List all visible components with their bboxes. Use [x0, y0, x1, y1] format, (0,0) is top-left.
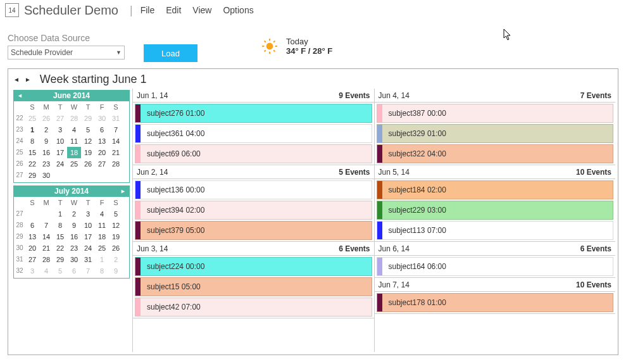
- mini-cal-day[interactable]: 31: [81, 254, 95, 265]
- mini-cal-day[interactable]: 4: [67, 124, 81, 135]
- mini-cal-day[interactable]: 7: [109, 124, 123, 135]
- mini-cal-day[interactable]: 12: [81, 135, 95, 147]
- mini-cal-day[interactable]: 7: [39, 220, 53, 231]
- mini-cal-day[interactable]: 16: [67, 231, 81, 242]
- mini-cal-day[interactable]: 18: [67, 147, 81, 158]
- mini-cal-day[interactable]: 17: [53, 147, 67, 158]
- mini-cal-day[interactable]: 26: [81, 158, 95, 170]
- day-header[interactable]: Jun 7, 1410 Events: [375, 278, 616, 292]
- mini-cal-day[interactable]: 9: [67, 220, 81, 231]
- mini-cal-prev-button[interactable]: ◄: [17, 92, 23, 99]
- mini-cal-day[interactable]: 1: [25, 124, 39, 135]
- mini-cal-day[interactable]: 10: [81, 220, 95, 231]
- mini-cal-day[interactable]: 6: [95, 124, 109, 135]
- mini-cal-day[interactable]: 5: [109, 208, 123, 220]
- mini-cal-day[interactable]: 21: [39, 242, 53, 254]
- mini-cal-day[interactable]: 23: [39, 158, 53, 170]
- mini-cal-day[interactable]: 1: [95, 254, 109, 265]
- mini-cal-day[interactable]: 3: [25, 265, 39, 277]
- mini-cal-day[interactable]: 29: [81, 113, 95, 124]
- day-header[interactable]: Jun 6, 146 Events: [375, 242, 616, 256]
- event-item[interactable]: subject361 04:00: [135, 124, 372, 143]
- event-item[interactable]: subject136 00:00: [135, 180, 372, 199]
- mini-cal-day[interactable]: 22: [25, 158, 39, 170]
- mini-cal-day[interactable]: 10: [53, 135, 67, 147]
- mini-cal-day[interactable]: 31: [109, 113, 123, 124]
- day-header[interactable]: Jun 4, 147 Events: [375, 89, 616, 103]
- event-item[interactable]: subject276 01:00: [135, 104, 372, 123]
- mini-cal-day[interactable]: 29: [25, 170, 39, 181]
- mini-cal-day[interactable]: 25: [25, 113, 39, 124]
- mini-cal-day[interactable]: 9: [39, 135, 53, 147]
- mini-cal-day[interactable]: 25: [67, 158, 81, 170]
- mini-cal-day[interactable]: 11: [67, 135, 81, 147]
- prev-week-button[interactable]: ◄: [13, 76, 20, 83]
- day-header[interactable]: Jun 3, 146 Events: [133, 242, 374, 256]
- mini-cal-day[interactable]: 13: [95, 135, 109, 147]
- mini-cal-day[interactable]: 1: [53, 208, 67, 220]
- mini-cal-day[interactable]: 24: [53, 158, 67, 170]
- event-item[interactable]: subject329 01:00: [377, 124, 614, 143]
- mini-cal-day[interactable]: 30: [39, 170, 53, 181]
- menu-options[interactable]: Options: [223, 5, 253, 15]
- mini-cal-day[interactable]: 28: [39, 254, 53, 265]
- mini-cal-day[interactable]: 6: [25, 220, 39, 231]
- mini-cal-day[interactable]: 20: [95, 147, 109, 158]
- mini-cal-day[interactable]: 3: [53, 124, 67, 135]
- mini-cal-day[interactable]: 26: [109, 242, 123, 254]
- menu-view[interactable]: View: [192, 5, 211, 15]
- mini-cal-day[interactable]: 30: [67, 254, 81, 265]
- mini-cal-day[interactable]: 7: [81, 265, 95, 277]
- mini-cal-day[interactable]: 19: [81, 147, 95, 158]
- mini-cal-day[interactable]: 6: [67, 265, 81, 277]
- mini-cal-day[interactable]: 30: [95, 113, 109, 124]
- event-item[interactable]: subject164 06:00: [377, 257, 614, 276]
- mini-cal-day[interactable]: 29: [53, 254, 67, 265]
- event-item[interactable]: subject394 02:00: [135, 201, 372, 220]
- mini-cal-day[interactable]: 4: [39, 265, 53, 277]
- mini-cal-day[interactable]: 23: [67, 242, 81, 254]
- mini-cal-day[interactable]: 18: [95, 231, 109, 242]
- event-item[interactable]: subject379 05:00: [135, 221, 372, 240]
- mini-cal-day[interactable]: 8: [53, 220, 67, 231]
- mini-cal-day[interactable]: 27: [25, 254, 39, 265]
- mini-cal-day[interactable]: 25: [95, 242, 109, 254]
- next-week-button[interactable]: ►: [25, 76, 31, 83]
- mini-cal-day[interactable]: 24: [81, 242, 95, 254]
- mini-cal-day[interactable]: 11: [95, 220, 109, 231]
- mini-cal-day[interactable]: 8: [25, 135, 39, 147]
- mini-cal-day[interactable]: 15: [25, 147, 39, 158]
- event-item[interactable]: subject184 02:00: [377, 180, 614, 199]
- day-header[interactable]: Jun 1, 149 Events: [133, 89, 374, 103]
- event-item[interactable]: subject113 07:00: [377, 221, 614, 240]
- day-header[interactable]: Jun 5, 1410 Events: [375, 165, 616, 179]
- mini-cal-day[interactable]: 8: [95, 265, 109, 277]
- mini-cal-day[interactable]: 13: [25, 231, 39, 242]
- mini-cal-day[interactable]: 5: [81, 124, 95, 135]
- mini-cal-day[interactable]: 2: [109, 254, 123, 265]
- mini-cal-day[interactable]: 14: [109, 135, 123, 147]
- event-item[interactable]: subject322 04:00: [377, 144, 614, 163]
- event-item[interactable]: subject69 06:00: [135, 144, 372, 163]
- mini-cal-day[interactable]: 3: [81, 208, 95, 220]
- mini-cal-day[interactable]: 12: [109, 220, 123, 231]
- mini-cal-day[interactable]: 9: [109, 265, 123, 277]
- mini-cal-day[interactable]: 15: [53, 231, 67, 242]
- mini-cal-day[interactable]: 14: [39, 231, 53, 242]
- datasource-select[interactable]: Schedule Provider ▼: [8, 46, 125, 60]
- mini-cal-day[interactable]: 16: [39, 147, 53, 158]
- load-button[interactable]: Load: [144, 44, 197, 62]
- event-item[interactable]: subject387 00:00: [377, 104, 614, 123]
- mini-cal-next-button[interactable]: ►: [120, 188, 126, 194]
- mini-cal-day[interactable]: 28: [67, 113, 81, 124]
- day-header[interactable]: Jun 2, 145 Events: [133, 165, 374, 179]
- menu-file[interactable]: File: [141, 5, 155, 15]
- menu-edit[interactable]: Edit: [166, 5, 181, 15]
- mini-cal-day[interactable]: 27: [95, 158, 109, 170]
- mini-cal-day[interactable]: 2: [67, 208, 81, 220]
- mini-cal-day[interactable]: 17: [81, 231, 95, 242]
- mini-cal-day[interactable]: 27: [53, 113, 67, 124]
- mini-cal-day[interactable]: 5: [53, 265, 67, 277]
- mini-cal-day[interactable]: 26: [39, 113, 53, 124]
- mini-cal-day[interactable]: 2: [39, 124, 53, 135]
